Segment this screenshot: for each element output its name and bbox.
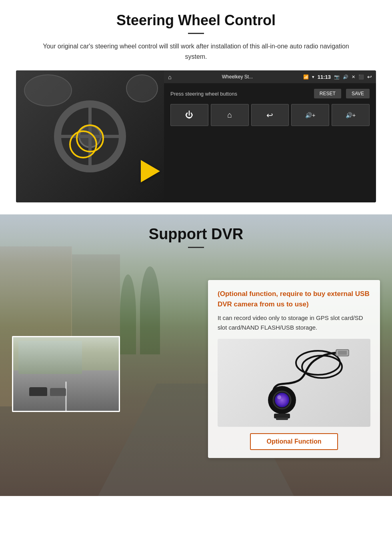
dvr-description: It can record video only to storage in G… bbox=[218, 313, 370, 332]
steering-title: Steering Wheel Control bbox=[16, 12, 376, 29]
dvr-road-thumbnail bbox=[12, 336, 120, 412]
swc-cell-power[interactable]: ⏻ bbox=[170, 104, 208, 126]
svg-point-6 bbox=[275, 393, 289, 407]
dvr-info-card: (Optional function, require to buy exter… bbox=[208, 280, 380, 458]
back-icon[interactable]: ↩ bbox=[367, 74, 372, 80]
dvr-camera-svg bbox=[226, 345, 362, 421]
thumb-buildings bbox=[18, 341, 82, 374]
app-title: Wheelkey St... bbox=[175, 74, 300, 80]
gauge-right bbox=[126, 74, 158, 102]
sim-icon: 📶 bbox=[303, 74, 309, 80]
dvr-left-col bbox=[12, 256, 200, 412]
camera-icon: 📷 bbox=[334, 74, 340, 80]
optional-function-button[interactable]: Optional Function bbox=[250, 433, 338, 450]
reset-button[interactable]: RESET bbox=[314, 89, 341, 98]
dvr-content-area: (Optional function, require to buy exter… bbox=[0, 256, 392, 496]
swc-button-grid: ⏻ ⌂ ↩ 🔊+ 🔊+ bbox=[170, 104, 370, 126]
swc-cell-home[interactable]: ⌂ bbox=[211, 104, 249, 126]
steering-composite-image: ⌂ Wheelkey St... 📶 ▾ 11:13 📷 🔊 ✕ ⬛ ↩ Pre… bbox=[16, 70, 376, 202]
direction-arrow bbox=[141, 160, 160, 182]
right-button-highlight bbox=[76, 124, 104, 152]
dvr-title: Support DVR bbox=[0, 214, 392, 243]
swc-instruction: Press steering wheel buttons bbox=[170, 91, 237, 97]
dvr-title-divider bbox=[188, 247, 204, 248]
home-nav-icon[interactable]: ⌂ bbox=[168, 74, 172, 80]
save-button[interactable]: SAVE bbox=[346, 89, 370, 98]
speaker-icon: 🔊 bbox=[343, 74, 348, 80]
svg-point-7 bbox=[277, 395, 281, 399]
close-icon[interactable]: ✕ bbox=[352, 74, 355, 80]
steering-description: Your original car's steering wheel contr… bbox=[40, 41, 352, 62]
svg-rect-3 bbox=[338, 351, 347, 355]
title-divider bbox=[188, 33, 204, 34]
swc-label-row: Press steering wheel buttons RESET SAVE bbox=[170, 89, 370, 98]
steering-wheel-section: Steering Wheel Control Your original car… bbox=[0, 0, 392, 210]
steering-wheel-bg bbox=[16, 70, 164, 202]
dvr-optional-text: (Optional function, require to buy exter… bbox=[218, 289, 370, 309]
swc-buttons: RESET SAVE bbox=[312, 89, 370, 98]
thumb-road-line bbox=[66, 382, 67, 411]
android-screen: ⌂ Wheelkey St... 📶 ▾ 11:13 📷 🔊 ✕ ⬛ ↩ Pre… bbox=[164, 70, 376, 202]
steering-wheel bbox=[54, 100, 126, 172]
svg-rect-9 bbox=[276, 418, 288, 420]
swc-cell-vol-up[interactable]: 🔊+ bbox=[291, 104, 329, 126]
dvr-section: Support DVR (Optional function, require … bbox=[0, 214, 392, 496]
cast-icon: ⬛ bbox=[358, 74, 364, 80]
dvr-thumbnail-inner bbox=[13, 337, 119, 411]
thumb-car-2 bbox=[50, 388, 66, 396]
swc-cell-back[interactable]: ↩ bbox=[251, 104, 289, 126]
steering-photo bbox=[16, 70, 164, 202]
swc-cell-vol-down[interactable]: 🔊+ bbox=[332, 104, 370, 126]
dvr-camera-image bbox=[218, 339, 370, 427]
android-topbar: ⌂ Wheelkey St... 📶 ▾ 11:13 📷 🔊 ✕ ⬛ ↩ bbox=[164, 70, 376, 83]
clock-display: 11:13 bbox=[318, 74, 331, 80]
wifi-icon: ▾ bbox=[312, 74, 314, 80]
thumb-car-1 bbox=[29, 387, 47, 396]
swc-body: Press steering wheel buttons RESET SAVE … bbox=[164, 83, 376, 132]
